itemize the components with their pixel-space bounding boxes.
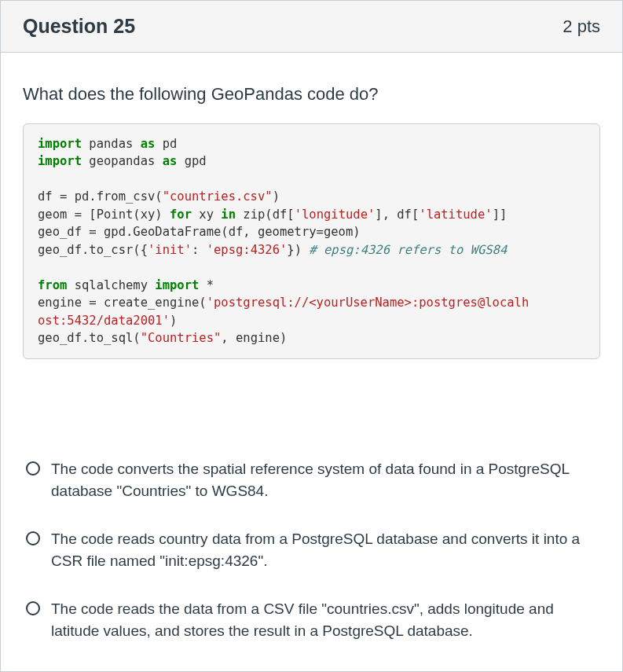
radio-button[interactable] xyxy=(26,461,40,476)
question-title: Question 25 xyxy=(23,15,135,38)
code-text: , engine) xyxy=(221,331,287,345)
code-text: pd xyxy=(155,137,177,151)
code-text: pandas xyxy=(82,137,141,151)
code-text: ], df[ xyxy=(375,207,419,222)
options-list: The code converts the spatial reference … xyxy=(23,446,600,655)
option-text: The code reads the data from a CSV file … xyxy=(51,598,600,643)
code-string: 'init' xyxy=(148,243,192,257)
code-text: gpd xyxy=(177,154,206,168)
code-string: 'latitude' xyxy=(419,207,492,222)
code-comment: # epsg:4326 refers to WGS84 xyxy=(309,243,507,257)
code-text: zip(df[ xyxy=(236,207,295,222)
code-keyword: import xyxy=(155,278,199,292)
code-keyword: from xyxy=(38,278,67,292)
code-text: geo_df = gpd.GeoDataFrame(df, geometry=g… xyxy=(38,225,361,239)
code-string: "countries.csv" xyxy=(163,189,273,204)
code-text: sqlalchemy xyxy=(67,278,155,292)
question-body: What does the following GeoPandas code d… xyxy=(1,53,622,671)
option-row[interactable]: The code converts the spatial reference … xyxy=(23,446,600,516)
code-string: 'longitude' xyxy=(295,207,376,222)
question-card: Question 25 2 pts What does the followin… xyxy=(0,0,623,672)
code-keyword: as xyxy=(141,137,156,151)
question-header: Question 25 2 pts xyxy=(1,1,622,53)
code-keyword: as xyxy=(163,154,178,168)
code-text: : xyxy=(192,243,207,257)
option-row[interactable]: The code reads country data from a Postg… xyxy=(23,516,600,586)
radio-button[interactable] xyxy=(26,531,40,545)
radio-button[interactable] xyxy=(26,601,40,615)
code-keyword: in xyxy=(221,207,236,222)
code-text: ]] xyxy=(493,207,508,222)
code-keyword: import xyxy=(38,154,82,168)
code-text: ) xyxy=(170,314,177,328)
code-text: xy xyxy=(192,207,221,222)
code-block: import pandas as pd import geopandas as … xyxy=(23,123,600,359)
code-text: }) xyxy=(287,243,309,257)
code-text: geom = [Point(xy) xyxy=(38,207,170,222)
question-points: 2 pts xyxy=(563,17,600,37)
code-text: geopandas xyxy=(82,154,163,168)
question-prompt: What does the following GeoPandas code d… xyxy=(23,84,600,105)
code-text: engine = create_engine( xyxy=(38,296,207,310)
code-text: df = pd.from_csv( xyxy=(38,189,163,204)
option-row[interactable]: The code reads the data from a CSV file … xyxy=(23,586,600,655)
code-text: * xyxy=(199,278,214,292)
code-text: geo_df.to_csr({ xyxy=(38,243,148,257)
code-text: ) xyxy=(273,189,280,204)
code-string: "Countries" xyxy=(141,331,222,345)
code-keyword: import xyxy=(38,137,82,151)
code-keyword: for xyxy=(170,207,192,222)
code-text: geo_df.to_sql( xyxy=(38,331,141,345)
code-string: 'epsg:4326' xyxy=(207,243,288,257)
option-text: The code reads country data from a Postg… xyxy=(51,528,600,573)
option-text: The code converts the spatial reference … xyxy=(51,458,600,503)
